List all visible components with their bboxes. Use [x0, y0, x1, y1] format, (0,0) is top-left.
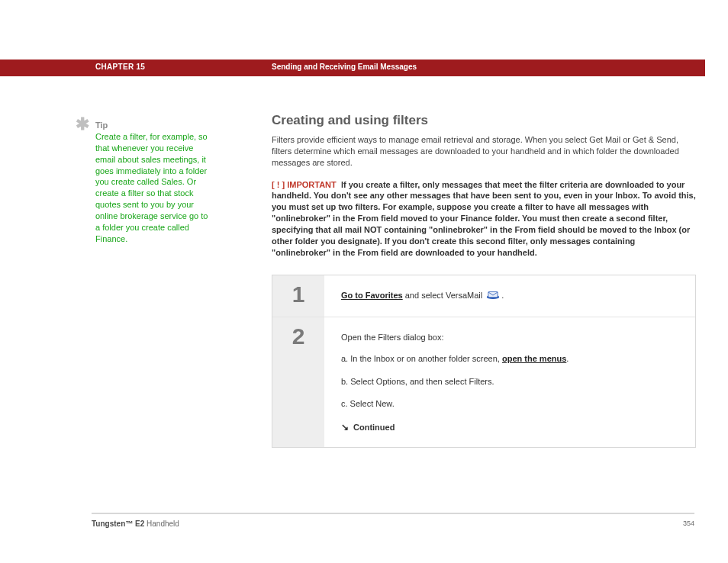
important-marker: [ ! ] [272, 180, 285, 189]
chapter-label: CHAPTER 15 [95, 63, 145, 71]
chapter-title: Sending and Receiving Email Messages [272, 63, 417, 71]
steps-box: 1 Go to Favorites and select VersaMail .… [272, 275, 696, 448]
substep-b: b. Select Options, and then select Filte… [341, 375, 678, 389]
footer-rule [92, 513, 694, 514]
substeps: a. In the Inbox or on another folder scr… [341, 352, 678, 411]
substep-c: c. Select New. [341, 397, 678, 411]
step-number-cell: 2 [272, 317, 324, 447]
intro-paragraph: Filters provide efficient ways to manage… [272, 134, 696, 169]
chapter-header-bar: CHAPTER 15 Sending and Receiving Email M… [0, 60, 705, 76]
continued-arrow-icon: ↘ [341, 420, 349, 435]
step2-lead: Open the Filters dialog box: [341, 331, 678, 345]
important-block: [ ! ] IMPORTANT If you create a filter, … [272, 179, 696, 259]
go-to-favorites-link[interactable]: Go to Favorites [341, 291, 403, 300]
important-body: If you create a filter, only messages th… [272, 180, 696, 257]
step-row-1: 1 Go to Favorites and select VersaMail . [272, 275, 695, 317]
step-number: 1 [272, 283, 324, 306]
step-content-1: Go to Favorites and select VersaMail . [324, 275, 695, 317]
open-the-menus-link[interactable]: open the menus [502, 354, 566, 363]
step-number-cell: 1 [272, 275, 324, 317]
step-content-2: Open the Filters dialog box: a. In the I… [324, 317, 695, 447]
page-footer: Tungsten™ E2 Handheld 354 [92, 520, 694, 528]
step1-period: . [501, 291, 504, 300]
tip-heading: Tip [95, 121, 210, 130]
important-label: IMPORTANT [287, 180, 337, 189]
product-name-rest: Handheld [144, 520, 179, 528]
tip-sidebar: ✱ Tip Create a filter, for example, so t… [76, 121, 210, 244]
continued-indicator: ↘Continued [341, 420, 678, 435]
substep-a: a. In the Inbox or on another folder scr… [341, 352, 678, 366]
step-number: 2 [272, 325, 324, 348]
page-number: 354 [683, 520, 694, 527]
section-heading: Creating and using filters [272, 113, 696, 128]
substep-a-suffix: . [566, 354, 569, 363]
substep-a-prefix: a. In the Inbox or on another folder scr… [341, 354, 502, 363]
svg-rect-1 [488, 292, 498, 298]
step-row-2: 2 Open the Filters dialog box: a. In the… [272, 317, 695, 447]
versamail-icon [486, 291, 500, 300]
product-name-bold: Tungsten™ E2 [92, 520, 144, 528]
tip-body: Create a filter, for example, so that wh… [95, 131, 210, 244]
continued-label: Continued [353, 423, 395, 432]
step1-rest: and select VersaMail [403, 291, 485, 300]
main-content: Creating and using filters Filters provi… [272, 113, 696, 448]
